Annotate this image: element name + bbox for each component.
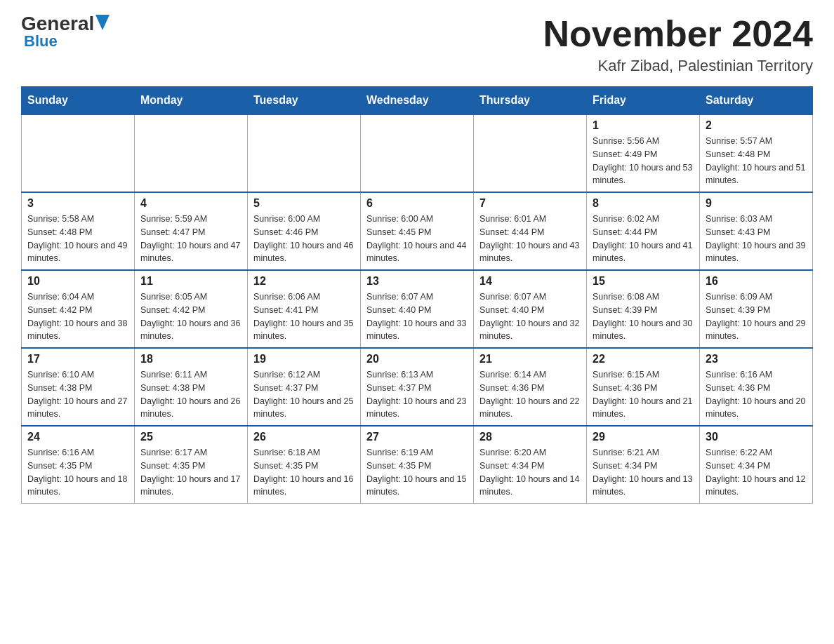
day-info: Sunrise: 6:11 AMSunset: 4:38 PMDaylight:… xyxy=(140,368,241,421)
day-number: 5 xyxy=(253,197,355,210)
day-info: Sunrise: 6:20 AMSunset: 4:34 PMDaylight:… xyxy=(479,446,581,499)
day-number: 23 xyxy=(706,353,807,365)
day-number: 28 xyxy=(479,431,581,443)
day-number: 24 xyxy=(27,431,128,443)
calendar-cell: 2Sunrise: 5:57 AMSunset: 4:48 PMDaylight… xyxy=(700,114,813,192)
calendar-cell: 9Sunrise: 6:03 AMSunset: 4:43 PMDaylight… xyxy=(700,192,813,270)
day-info: Sunrise: 6:02 AMSunset: 4:44 PMDaylight:… xyxy=(593,213,694,265)
logo-triangle-icon xyxy=(95,15,110,30)
day-info: Sunrise: 6:14 AMSunset: 4:36 PMDaylight:… xyxy=(479,368,581,421)
logo: General Blue xyxy=(21,14,110,51)
calendar-cell: 28Sunrise: 6:20 AMSunset: 4:34 PMDayligh… xyxy=(474,426,587,504)
week-row-4: 17Sunrise: 6:10 AMSunset: 4:38 PMDayligh… xyxy=(22,348,813,426)
calendar-cell: 6Sunrise: 6:00 AMSunset: 4:45 PMDaylight… xyxy=(361,192,474,270)
calendar-cell: 27Sunrise: 6:19 AMSunset: 4:35 PMDayligh… xyxy=(361,426,474,504)
svg-marker-0 xyxy=(95,15,110,30)
day-number: 10 xyxy=(27,275,128,288)
day-info: Sunrise: 6:12 AMSunset: 4:37 PMDaylight:… xyxy=(253,368,355,421)
day-number: 3 xyxy=(27,197,128,210)
day-info: Sunrise: 6:19 AMSunset: 4:35 PMDaylight:… xyxy=(366,446,468,499)
calendar-cell xyxy=(361,114,474,192)
calendar-cell xyxy=(474,114,587,192)
calendar-cell: 29Sunrise: 6:21 AMSunset: 4:34 PMDayligh… xyxy=(587,426,700,504)
day-number: 8 xyxy=(593,197,694,210)
calendar-cell xyxy=(22,114,135,192)
calendar-cell: 1Sunrise: 5:56 AMSunset: 4:49 PMDaylight… xyxy=(587,114,700,192)
day-number: 6 xyxy=(366,197,468,210)
calendar-cell: 11Sunrise: 6:05 AMSunset: 4:42 PMDayligh… xyxy=(135,270,248,348)
day-number: 25 xyxy=(140,431,241,443)
day-info: Sunrise: 6:22 AMSunset: 4:34 PMDaylight:… xyxy=(706,446,807,499)
day-info: Sunrise: 6:13 AMSunset: 4:37 PMDaylight:… xyxy=(366,368,468,421)
title-area: November 2024 Kafr Zibad, Palestinian Te… xyxy=(543,14,813,75)
day-number: 2 xyxy=(706,119,807,132)
calendar-cell xyxy=(248,114,361,192)
header-monday: Monday xyxy=(135,87,248,115)
day-info: Sunrise: 5:57 AMSunset: 4:48 PMDaylight:… xyxy=(706,135,807,187)
header-sunday: Sunday xyxy=(22,87,135,115)
day-number: 1 xyxy=(593,119,694,132)
day-number: 19 xyxy=(253,353,355,365)
location-subtitle: Kafr Zibad, Palestinian Territory xyxy=(543,57,813,75)
day-info: Sunrise: 6:21 AMSunset: 4:34 PMDaylight:… xyxy=(593,446,694,499)
week-row-1: 1Sunrise: 5:56 AMSunset: 4:49 PMDaylight… xyxy=(22,114,813,192)
day-number: 22 xyxy=(593,353,694,365)
day-number: 17 xyxy=(27,353,128,365)
day-info: Sunrise: 6:17 AMSunset: 4:35 PMDaylight:… xyxy=(140,446,241,499)
calendar-cell: 22Sunrise: 6:15 AMSunset: 4:36 PMDayligh… xyxy=(587,348,700,426)
day-number: 21 xyxy=(479,353,581,365)
calendar-cell: 4Sunrise: 5:59 AMSunset: 4:47 PMDaylight… xyxy=(135,192,248,270)
day-info: Sunrise: 6:07 AMSunset: 4:40 PMDaylight:… xyxy=(366,290,468,343)
calendar-cell: 19Sunrise: 6:12 AMSunset: 4:37 PMDayligh… xyxy=(248,348,361,426)
day-number: 18 xyxy=(140,353,241,365)
day-info: Sunrise: 6:18 AMSunset: 4:35 PMDaylight:… xyxy=(253,446,355,499)
day-number: 16 xyxy=(706,275,807,288)
day-number: 13 xyxy=(366,275,468,288)
calendar-cell: 15Sunrise: 6:08 AMSunset: 4:39 PMDayligh… xyxy=(587,270,700,348)
day-info: Sunrise: 5:58 AMSunset: 4:48 PMDaylight:… xyxy=(27,213,128,265)
calendar-cell: 21Sunrise: 6:14 AMSunset: 4:36 PMDayligh… xyxy=(474,348,587,426)
week-row-5: 24Sunrise: 6:16 AMSunset: 4:35 PMDayligh… xyxy=(22,426,813,504)
logo-general: General xyxy=(21,14,94,34)
header-thursday: Thursday xyxy=(474,87,587,115)
calendar-cell: 17Sunrise: 6:10 AMSunset: 4:38 PMDayligh… xyxy=(22,348,135,426)
calendar-cell: 14Sunrise: 6:07 AMSunset: 4:40 PMDayligh… xyxy=(474,270,587,348)
day-info: Sunrise: 5:59 AMSunset: 4:47 PMDaylight:… xyxy=(140,213,241,265)
calendar-cell: 3Sunrise: 5:58 AMSunset: 4:48 PMDaylight… xyxy=(22,192,135,270)
logo-blue: Blue xyxy=(24,32,58,50)
day-info: Sunrise: 5:56 AMSunset: 4:49 PMDaylight:… xyxy=(593,135,694,187)
day-info: Sunrise: 6:08 AMSunset: 4:39 PMDaylight:… xyxy=(593,290,694,343)
header-tuesday: Tuesday xyxy=(248,87,361,115)
calendar-cell: 20Sunrise: 6:13 AMSunset: 4:37 PMDayligh… xyxy=(361,348,474,426)
day-number: 11 xyxy=(140,275,241,288)
calendar-cell: 7Sunrise: 6:01 AMSunset: 4:44 PMDaylight… xyxy=(474,192,587,270)
calendar-table: Sunday Monday Tuesday Wednesday Thursday… xyxy=(21,86,813,504)
week-row-3: 10Sunrise: 6:04 AMSunset: 4:42 PMDayligh… xyxy=(22,270,813,348)
day-number: 15 xyxy=(593,275,694,288)
header-saturday: Saturday xyxy=(700,87,813,115)
calendar-cell: 24Sunrise: 6:16 AMSunset: 4:35 PMDayligh… xyxy=(22,426,135,504)
day-number: 7 xyxy=(479,197,581,210)
day-info: Sunrise: 6:16 AMSunset: 4:35 PMDaylight:… xyxy=(27,446,128,499)
page-header: General Blue November 2024 Kafr Zibad, P… xyxy=(21,14,813,75)
calendar-cell: 12Sunrise: 6:06 AMSunset: 4:41 PMDayligh… xyxy=(248,270,361,348)
day-info: Sunrise: 6:16 AMSunset: 4:36 PMDaylight:… xyxy=(706,368,807,421)
day-info: Sunrise: 6:03 AMSunset: 4:43 PMDaylight:… xyxy=(706,213,807,265)
day-info: Sunrise: 6:09 AMSunset: 4:39 PMDaylight:… xyxy=(706,290,807,343)
day-info: Sunrise: 6:06 AMSunset: 4:41 PMDaylight:… xyxy=(253,290,355,343)
day-info: Sunrise: 6:07 AMSunset: 4:40 PMDaylight:… xyxy=(479,290,581,343)
day-info: Sunrise: 6:00 AMSunset: 4:46 PMDaylight:… xyxy=(253,213,355,265)
calendar-cell: 8Sunrise: 6:02 AMSunset: 4:44 PMDaylight… xyxy=(587,192,700,270)
calendar-cell: 18Sunrise: 6:11 AMSunset: 4:38 PMDayligh… xyxy=(135,348,248,426)
calendar-cell: 16Sunrise: 6:09 AMSunset: 4:39 PMDayligh… xyxy=(700,270,813,348)
day-number: 30 xyxy=(706,431,807,443)
day-number: 29 xyxy=(593,431,694,443)
day-number: 14 xyxy=(479,275,581,288)
calendar-cell: 13Sunrise: 6:07 AMSunset: 4:40 PMDayligh… xyxy=(361,270,474,348)
day-info: Sunrise: 6:05 AMSunset: 4:42 PMDaylight:… xyxy=(140,290,241,343)
day-info: Sunrise: 6:15 AMSunset: 4:36 PMDaylight:… xyxy=(593,368,694,421)
day-info: Sunrise: 6:00 AMSunset: 4:45 PMDaylight:… xyxy=(366,213,468,265)
calendar-cell: 5Sunrise: 6:00 AMSunset: 4:46 PMDaylight… xyxy=(248,192,361,270)
day-number: 20 xyxy=(366,353,468,365)
day-number: 4 xyxy=(140,197,241,210)
